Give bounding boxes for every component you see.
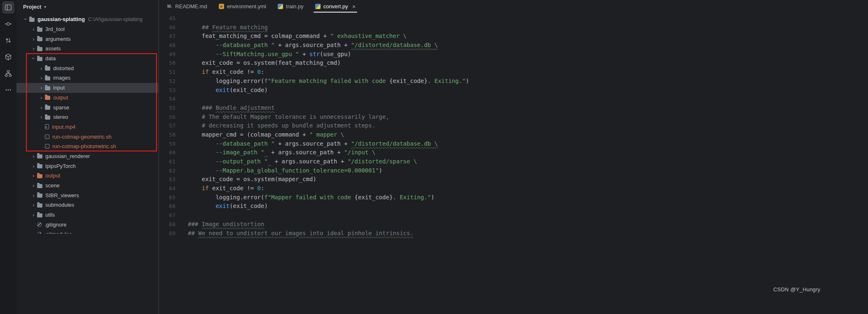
line-number[interactable]: 66 — [159, 202, 188, 211]
chevron-collapsed-icon[interactable]: › — [30, 212, 37, 218]
tree-item-output[interactable]: ›output — [16, 171, 158, 181]
tree-item-output[interactable]: ›output — [16, 93, 158, 103]
chevron-expanded-icon[interactable]: › — [30, 55, 37, 62]
tree-item-run-colmap-geometric-sh[interactable]: run-colmap-geometric.sh — [16, 132, 158, 142]
line-number[interactable]: 49 — [159, 50, 188, 59]
tree-item-gaussian-splatting[interactable]: ›gaussian-splattingC:\AI\gaussian-splatt… — [16, 14, 158, 24]
tab-environment-yml[interactable]: environment.yml — [213, 0, 272, 13]
tree-item-input-mp4[interactable]: input.mp4 — [16, 122, 158, 132]
line-number[interactable]: 50 — [159, 59, 188, 68]
tree-item-input[interactable]: ›input — [16, 83, 158, 93]
tree-item-assets[interactable]: ›assets — [16, 44, 158, 54]
code-text[interactable]: exit_code = os.system(feat_matching_cmd) — [188, 59, 341, 68]
code-text[interactable]: --output_path " + args.source_path + "/d… — [188, 157, 417, 166]
code-text[interactable]: ## We need to undistort our images into … — [188, 229, 414, 238]
commit-icon[interactable] — [2, 18, 14, 30]
line-number[interactable]: 53 — [159, 86, 188, 95]
chevron-collapsed-icon[interactable]: › — [38, 75, 45, 81]
chevron-collapsed-icon[interactable]: › — [30, 26, 37, 32]
tree-item-3rd-tool[interactable]: ›3rd_tool — [16, 24, 158, 34]
line-number[interactable]: 67 — [159, 211, 188, 220]
line-number[interactable]: 54 — [159, 94, 188, 104]
line-number[interactable]: 46 — [159, 23, 188, 32]
tree-item-distorted[interactable]: ›distorted — [16, 63, 158, 73]
code-text[interactable]: logging.error(f"Feature matching failed … — [188, 77, 469, 86]
tree-item-submodules[interactable]: ›submodules — [16, 200, 158, 210]
chevron-collapsed-icon[interactable]: › — [30, 45, 37, 52]
code-text[interactable]: --SiftMatching.use_gpu " + str(use_gpu) — [188, 50, 351, 59]
line-number[interactable]: 48 — [159, 41, 188, 50]
code-text[interactable]: if exit_code != 0: — [188, 184, 264, 193]
tree-item-data[interactable]: ›data — [16, 54, 158, 64]
chevron-collapsed-icon[interactable]: › — [38, 104, 45, 111]
tree-item-gitmodules[interactable]: .gitmodules — [16, 229, 158, 234]
code-text[interactable]: --image_path " + args.source_path + "/in… — [188, 148, 375, 157]
tree-item-images[interactable]: ›images — [16, 73, 158, 83]
chevron-collapsed-icon[interactable]: › — [30, 36, 37, 42]
code-text[interactable]: --Mapper.ba_global_function_tolerance=0.… — [188, 166, 382, 175]
project-tool-icon[interactable] — [2, 1, 14, 14]
chevron-collapsed-icon[interactable]: › — [38, 65, 45, 71]
chevron-collapsed-icon[interactable]: › — [30, 182, 37, 189]
line-number[interactable]: 65 — [159, 193, 188, 202]
line-number[interactable]: 57 — [159, 121, 188, 130]
chevron-collapsed-icon[interactable]: › — [38, 85, 45, 91]
code-text[interactable]: mapper_cmd = (colmap_command + " mapper … — [188, 130, 344, 139]
tab-convert-py[interactable]: convert.py× — [309, 0, 362, 13]
code-text[interactable]: if exit_code != 0: — [188, 68, 264, 77]
close-tab-icon[interactable]: × — [352, 3, 356, 9]
chevron-collapsed-icon[interactable]: › — [30, 172, 37, 179]
code-text[interactable]: feat_matching_cmd = colmap_command + " e… — [188, 32, 407, 41]
line-number[interactable]: 47 — [159, 32, 188, 41]
chevron-down-icon[interactable]: ▾ — [44, 5, 46, 9]
line-number[interactable]: 51 — [159, 68, 188, 77]
tree-item-arguments[interactable]: ›arguments — [16, 34, 158, 44]
chevron-collapsed-icon[interactable]: › — [38, 94, 45, 101]
line-number[interactable]: 69 — [159, 229, 188, 238]
chevron-collapsed-icon[interactable]: › — [30, 202, 37, 208]
chevron-collapsed-icon[interactable]: › — [30, 153, 37, 159]
chevron-collapsed-icon[interactable]: › — [38, 114, 45, 120]
code-text[interactable]: --database_path " + args.source_path + "… — [188, 139, 438, 149]
line-number[interactable]: 56 — [159, 113, 188, 122]
tab-readme-md[interactable]: README.md — [161, 0, 213, 13]
tree-item-run-colmap-photometric-sh[interactable]: run-colmap-photometric.sh — [16, 142, 158, 151]
code-text[interactable]: ### Bundle adjustment — [188, 104, 275, 113]
tree-item-sibr-viewers[interactable]: ›SIBR_viewers — [16, 190, 158, 200]
code-text[interactable]: # decreasing it speeds up bundle adjustm… — [188, 121, 375, 130]
packages-icon[interactable] — [2, 51, 14, 63]
line-number[interactable]: 45 — [159, 14, 188, 23]
line-number[interactable]: 62 — [159, 166, 188, 175]
line-number[interactable]: 52 — [159, 77, 188, 86]
line-number[interactable]: 61 — [159, 157, 188, 166]
tree-item-utils[interactable]: ›utils — [16, 210, 158, 220]
more-tools-icon[interactable] — [2, 84, 14, 96]
line-number[interactable]: 58 — [159, 130, 188, 139]
tree-item-stereo[interactable]: ›stereo — [16, 112, 158, 122]
line-number[interactable]: 60 — [159, 148, 188, 157]
pull-requests-icon[interactable] — [2, 34, 14, 47]
tree-item-scene[interactable]: ›scene — [16, 181, 158, 191]
chevron-collapsed-icon[interactable]: › — [30, 192, 37, 198]
code-text[interactable]: --database_path " + args.source_path + "… — [188, 41, 438, 50]
code-text[interactable]: logging.error(f"Mapper failed with code … — [188, 193, 434, 202]
tree-item-sparse[interactable]: ›sparse — [16, 102, 158, 112]
tree-item-lpipspytorch[interactable]: ›lpipsPyTorch — [16, 161, 158, 171]
chevron-collapsed-icon[interactable]: › — [30, 163, 37, 169]
structure-icon[interactable] — [2, 67, 14, 80]
line-number[interactable]: 59 — [159, 139, 188, 149]
line-number[interactable]: 64 — [159, 184, 188, 193]
line-number[interactable]: 63 — [159, 175, 188, 184]
tree-item-gitignore[interactable]: .gitignore — [16, 220, 158, 229]
chevron-expanded-icon[interactable]: › — [23, 16, 29, 23]
tab-train-py[interactable]: train.py — [272, 0, 309, 13]
code-text[interactable]: # The default Mapper tolerance is unnece… — [188, 113, 389, 122]
line-number[interactable]: 68 — [159, 220, 188, 229]
code-text[interactable]: exit(exit_code) — [188, 202, 268, 211]
code-text[interactable]: ### Image undistortion — [188, 220, 264, 229]
code-text[interactable]: ## Feature matching — [188, 23, 268, 32]
code-text[interactable]: exit(exit_code) — [188, 86, 268, 95]
line-number[interactable]: 55 — [159, 104, 188, 113]
code-text[interactable]: exit_code = os.system(mapper_cmd) — [188, 175, 316, 184]
tree-item-gaussian-renderer[interactable]: ›gaussian_renderer — [16, 151, 158, 161]
